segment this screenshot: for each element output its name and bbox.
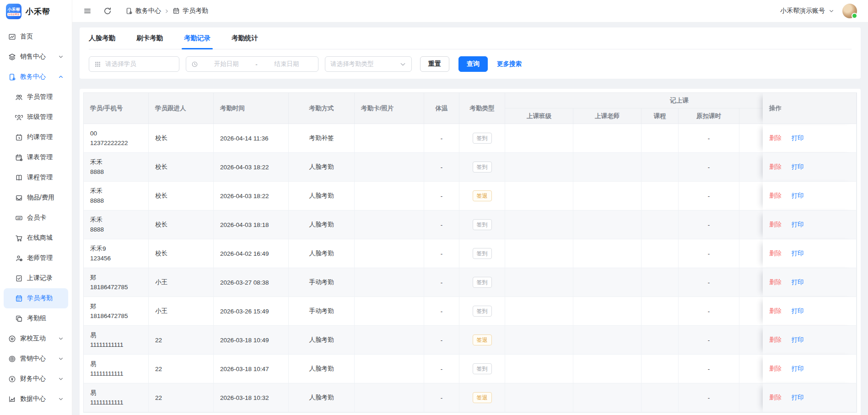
- sidebar-item-finance-center[interactable]: 财务中心: [4, 369, 68, 389]
- print-link[interactable]: 打印: [792, 336, 804, 343]
- account-dropdown[interactable]: 小禾帮演示账号: [780, 7, 834, 15]
- more-search-link[interactable]: 更多搜索: [497, 60, 522, 68]
- sidebar-item-label: 课表管理: [27, 153, 53, 162]
- cell-deduct: -: [679, 182, 739, 210]
- date-range-picker[interactable]: 开始日期 - 结束日期: [186, 56, 318, 72]
- reset-button[interactable]: 重置: [420, 56, 449, 72]
- cell-follower: 校长: [149, 182, 214, 210]
- cell-temperature: -: [424, 239, 459, 268]
- print-link[interactable]: 打印: [792, 307, 804, 314]
- attendance-type-select[interactable]: 请选择考勤类型: [325, 56, 412, 72]
- sidebar-item-attendance-group[interactable]: 考勤组: [4, 308, 68, 329]
- envelope-icon: [15, 194, 23, 202]
- print-link[interactable]: 打印: [792, 250, 804, 257]
- cell-deduct: -: [679, 355, 739, 383]
- chevron-down-icon: [58, 356, 64, 361]
- cell-time: 2026-04-03 18:18: [214, 210, 289, 239]
- cell-class: [505, 355, 573, 383]
- student-name: 禾禾9: [90, 244, 142, 253]
- student-phone: 123456: [90, 253, 142, 263]
- breadcrumb-item-academic-center[interactable]: 教务中心: [125, 7, 161, 15]
- cell-follower: 小王: [149, 268, 214, 297]
- cell-follower: 校长: [149, 239, 214, 268]
- cell-photo: [355, 268, 424, 297]
- student-select[interactable]: 请选择学员: [89, 56, 179, 72]
- cell-follower: 校长: [149, 124, 214, 153]
- sidebar-item-course-management[interactable]: 课程管理: [4, 167, 68, 188]
- heart-chat-icon: [8, 335, 16, 343]
- sidebar-item-timetable-management[interactable]: 课表管理: [4, 147, 68, 167]
- print-link[interactable]: 打印: [792, 135, 804, 141]
- print-link[interactable]: 打印: [792, 394, 804, 401]
- cell-photo: [355, 124, 424, 153]
- table-row: 易 11111111111 22 2026-03-18 10:49 人脸考勤 -…: [84, 326, 857, 355]
- student-phone: 18186472785: [90, 282, 142, 292]
- tab-card-attendance[interactable]: 刷卡考勤: [136, 27, 163, 49]
- cell-temperature: -: [424, 268, 459, 297]
- cell-class: [505, 153, 573, 182]
- student-name: 郑: [90, 302, 142, 311]
- search-button[interactable]: 查询: [458, 56, 488, 72]
- avatar[interactable]: [842, 4, 857, 18]
- menu-icon[interactable]: [83, 7, 92, 15]
- sidebar-item-student-attendance[interactable]: 学员考勤: [4, 288, 68, 308]
- sidebar-item-online-mall[interactable]: 在线商城: [4, 228, 68, 248]
- delete-link[interactable]: 删除: [769, 307, 782, 314]
- delete-link[interactable]: 删除: [769, 221, 782, 228]
- cell-follower: 校长: [149, 210, 214, 239]
- attendance-type-placeholder: 请选择考勤类型: [330, 60, 374, 68]
- sidebar-item-class-management[interactable]: 班级管理: [4, 107, 68, 127]
- sidebar-item-home[interactable]: 首页: [4, 27, 68, 47]
- delete-link[interactable]: 删除: [769, 365, 782, 372]
- sidebar-item-booking-management[interactable]: 约课管理: [4, 127, 68, 147]
- sidebar-item-academic-center[interactable]: 教务中心: [4, 67, 68, 87]
- sidebar-item-membership-card[interactable]: 会员卡: [4, 208, 68, 228]
- end-date-placeholder: 结束日期: [260, 60, 313, 68]
- refresh-icon[interactable]: [103, 7, 112, 15]
- sidebar-item-goods-fees[interactable]: 物品/费用: [4, 188, 68, 208]
- delete-link[interactable]: 删除: [769, 135, 782, 141]
- delete-link[interactable]: 删除: [769, 250, 782, 257]
- cell-time: 2026-03-27 08:38: [214, 268, 289, 297]
- delete-link[interactable]: 删除: [769, 279, 782, 286]
- sidebar-item-label: 学员管理: [27, 93, 53, 101]
- print-link[interactable]: 打印: [792, 279, 804, 286]
- cell-temperature: -: [424, 326, 459, 355]
- cell-follower: 22: [149, 326, 214, 355]
- student-phone: 11111111111: [90, 340, 142, 350]
- sidebar-item-lesson-records[interactable]: 上课记录: [4, 268, 68, 288]
- chevron-down-icon: [58, 376, 64, 382]
- cell-photo: [355, 239, 424, 268]
- calendar-icon: [15, 295, 23, 302]
- cell-course: [642, 239, 679, 268]
- sidebar-item-data-center[interactable]: 数据中心: [4, 389, 68, 409]
- cell-teacher: [573, 326, 642, 355]
- sidebar-item-sales-center[interactable]: 销售中心: [4, 47, 68, 67]
- delete-link[interactable]: 删除: [769, 192, 782, 199]
- delete-link[interactable]: 删除: [769, 394, 782, 401]
- tab-attendance-stats[interactable]: 考勤统计: [232, 27, 258, 49]
- print-link[interactable]: 打印: [792, 365, 804, 372]
- sidebar-item-label: 会员卡: [27, 214, 46, 222]
- print-link[interactable]: 打印: [792, 221, 804, 228]
- cell-deduct: -: [679, 383, 739, 412]
- breadcrumb-item-student-attendance[interactable]: 学员考勤: [173, 7, 208, 15]
- sidebar-item-student-management[interactable]: 学员管理: [4, 87, 68, 107]
- cell-method: 手动考勤: [289, 297, 355, 326]
- col-header-student: 学员/手机号: [84, 93, 149, 124]
- cell-temperature: -: [424, 153, 459, 182]
- sidebar-item-marketing-center[interactable]: 营销中心: [4, 349, 68, 369]
- cell-temperature: -: [424, 297, 459, 326]
- attendance-table-wrap[interactable]: 学员/手机号 学员跟进人 考勤时间 考勤方式 考勤卡/照片 体温 考勤类型 记上…: [83, 92, 857, 413]
- tab-attendance-records[interactable]: 考勤记录: [184, 27, 210, 49]
- delete-link[interactable]: 删除: [769, 336, 782, 343]
- tab-face-attendance[interactable]: 人脸考勤: [89, 27, 115, 49]
- print-link[interactable]: 打印: [792, 192, 804, 199]
- sidebar-item-home-school[interactable]: 家校互动: [4, 329, 68, 349]
- attendance-type-tag: 签到: [473, 248, 492, 259]
- print-link[interactable]: 打印: [792, 163, 804, 170]
- sidebar-item-teacher-management[interactable]: 老师管理: [4, 248, 68, 268]
- attendance-table-body: 00 12372222222 校长 2026-04-14 11:36 考勤补签 …: [84, 124, 857, 412]
- sidebar-item-label: 约课管理: [27, 133, 53, 141]
- delete-link[interactable]: 删除: [769, 163, 782, 170]
